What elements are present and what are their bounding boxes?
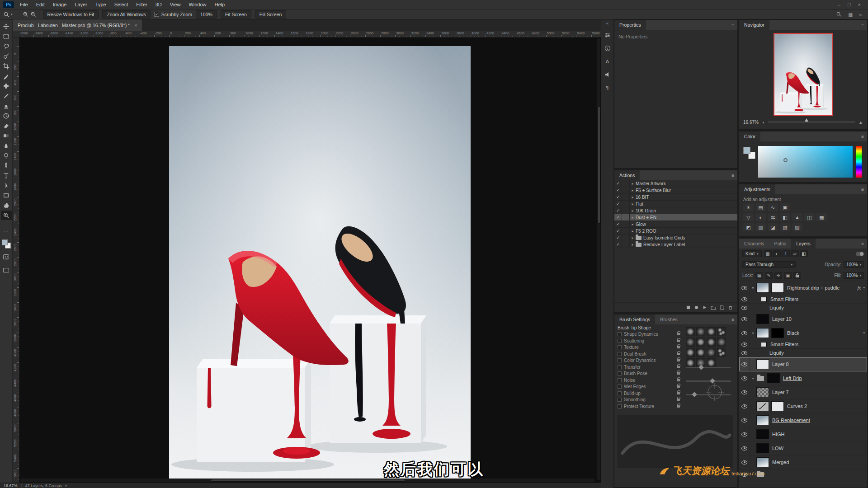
panel-menu-icon[interactable]: ≡ xyxy=(731,20,737,30)
action-row[interactable]: ✓▸F5 2 ROO xyxy=(614,228,737,235)
visibility-toggle[interactable] xyxy=(739,295,750,303)
checkbox-icon[interactable] xyxy=(618,358,622,362)
visibility-toggle[interactable] xyxy=(739,399,750,413)
panel-menu-icon[interactable]: ≡ xyxy=(861,239,867,249)
lock-pixels-icon[interactable]: ✎ xyxy=(765,272,773,279)
history-brush-tool[interactable] xyxy=(1,111,12,121)
layer-thumbnail[interactable] xyxy=(756,314,769,324)
expand-arrow-icon[interactable]: ▸ xyxy=(630,209,636,213)
search-icon[interactable] xyxy=(836,11,842,17)
stop-icon[interactable] xyxy=(686,305,690,310)
visibility-toggle[interactable] xyxy=(739,385,750,399)
brush-option-build-up[interactable]: Build-up xyxy=(614,390,683,397)
brush-tip-thumb[interactable] xyxy=(717,338,726,347)
layer-name[interactable]: Layer 10 xyxy=(772,316,792,322)
chevron-right-icon[interactable]: ▸ xyxy=(66,484,67,488)
expand-arrow-icon[interactable]: ▸ xyxy=(630,236,636,240)
checkbox-icon[interactable] xyxy=(618,391,622,395)
action-checkmark-icon[interactable]: ✓ xyxy=(614,228,622,234)
layer-thumbnail[interactable] xyxy=(756,429,769,439)
checkbox-icon[interactable] xyxy=(618,352,622,356)
action-dialog-toggle[interactable] xyxy=(622,221,630,227)
visibility-toggle[interactable] xyxy=(739,349,750,357)
menu-window[interactable]: Window xyxy=(184,0,210,9)
checkbox-icon[interactable] xyxy=(618,345,622,349)
menu-edit[interactable]: Edit xyxy=(32,0,49,9)
status-zoom[interactable]: 16.67% xyxy=(4,483,18,488)
brush-tip-thumb[interactable] xyxy=(707,348,716,357)
menu-view[interactable]: View xyxy=(166,0,185,9)
checkbox-icon[interactable] xyxy=(618,339,622,343)
menu-select[interactable]: Select xyxy=(110,0,132,9)
zoom-100-button[interactable]: 100% xyxy=(196,10,217,19)
layer-row[interactable]: Smart Filters xyxy=(739,295,867,304)
spot-healing-brush-tool[interactable] xyxy=(1,81,12,91)
expand-arrow-icon[interactable]: ▾ xyxy=(750,376,756,380)
navigator-zoom-slider[interactable] xyxy=(768,122,855,122)
layer-name[interactable]: Smart Filters xyxy=(770,296,798,302)
collapse-effects-chevron-icon[interactable]: ▾ xyxy=(863,331,865,335)
zoom-out-icon[interactable] xyxy=(30,11,36,17)
action-dialog-toggle[interactable] xyxy=(622,207,630,214)
layer-row[interactable]: Smart Filters xyxy=(739,340,867,349)
layer-thumbnail[interactable] xyxy=(756,415,769,425)
action-checkmark-icon[interactable]: ✓ xyxy=(614,221,622,227)
close-icon[interactable]: × xyxy=(858,2,861,7)
brush-option-dual-brush[interactable]: Dual Brush xyxy=(614,351,683,357)
restore-icon[interactable]: □ xyxy=(848,2,851,7)
action-row[interactable]: ✓▸Glow xyxy=(614,221,737,228)
tab-brush-settings[interactable]: Brush Settings xyxy=(614,314,655,324)
layer-name[interactable]: Smart Filters xyxy=(770,342,798,347)
checkbox-icon[interactable] xyxy=(618,332,622,336)
brush-option-noise[interactable]: Noise xyxy=(614,377,683,384)
tab-actions[interactable]: Actions xyxy=(614,170,640,180)
brush-tip-thumb[interactable] xyxy=(696,338,705,347)
canvas-viewport[interactable] xyxy=(19,38,601,483)
visibility-toggle[interactable] xyxy=(739,326,750,340)
brush-tip-thumb[interactable] xyxy=(686,358,695,367)
checkbox-icon[interactable] xyxy=(618,404,622,408)
quick-selection-tool[interactable] xyxy=(1,52,12,61)
dodge-tool[interactable] xyxy=(1,151,12,160)
action-checkmark-icon[interactable]: ✓ xyxy=(614,214,622,221)
tab-brushes[interactable]: Brushes xyxy=(655,314,683,324)
expand-arrow-icon[interactable]: ▸ xyxy=(630,195,636,199)
quick-mask-button[interactable] xyxy=(1,252,12,262)
channel-mixer-icon[interactable]: ◫ xyxy=(804,213,815,221)
color-cursor[interactable] xyxy=(783,158,788,162)
edit-toolbar-ellipsis[interactable]: ⋯ xyxy=(1,226,12,236)
workspace-grid-icon[interactable]: ▦ xyxy=(848,12,853,17)
tab-paths[interactable]: Paths xyxy=(769,239,791,249)
scrubby-zoom-checkbox[interactable]: ✓ Scrubby Zoom xyxy=(154,12,192,17)
ruler-vertical[interactable]: 0200400600800100012001400160018002000220… xyxy=(13,38,19,483)
brush-tip-thumb[interactable] xyxy=(686,327,695,336)
brush-tip-thumb[interactable] xyxy=(717,327,726,336)
hand-tool[interactable] xyxy=(1,201,12,210)
clone-stamp-tool[interactable] xyxy=(1,101,12,111)
scrollbar-thumb[interactable] xyxy=(598,106,600,224)
collapsed-properties-icon[interactable] xyxy=(604,32,612,39)
expand-panels-chevron[interactable]: « xyxy=(606,21,609,26)
document-tab[interactable]: Proclub - Labouten - Master.psb @ 16.7% … xyxy=(13,19,143,31)
action-row[interactable]: ✓▸F5 + Surface Blur xyxy=(614,187,737,194)
brush-option-texture[interactable]: Texture xyxy=(614,344,683,351)
vibrance-icon[interactable]: ▽ xyxy=(743,213,754,221)
menu-3d[interactable]: 3D xyxy=(151,0,166,9)
expand-arrow-icon[interactable]: ▸ xyxy=(630,216,636,220)
action-dialog-toggle[interactable] xyxy=(622,194,630,200)
ruler-corner[interactable] xyxy=(13,31,19,38)
brush-option-scattering[interactable]: Scattering xyxy=(614,338,683,344)
layer-row[interactable]: Layer 8 xyxy=(739,357,867,371)
action-dialog-toggle[interactable] xyxy=(622,228,630,234)
filter-toggle-switch[interactable] xyxy=(856,252,864,256)
pen-tool[interactable] xyxy=(1,161,12,170)
layer-thumbnail[interactable] xyxy=(767,373,780,383)
action-row[interactable]: ✓▸Flat xyxy=(614,201,737,207)
expand-arrow-icon[interactable]: ▾ xyxy=(750,331,756,335)
action-checkmark-icon[interactable]: ✓ xyxy=(614,241,622,248)
visibility-toggle[interactable] xyxy=(739,371,750,385)
panel-menu-icon[interactable]: ≡ xyxy=(861,20,867,30)
type-tool[interactable] xyxy=(1,171,12,180)
layer-name[interactable]: Rightmost drip + puddle xyxy=(787,285,840,291)
brush-option-protect-texture[interactable]: Protect Texture xyxy=(614,403,683,410)
